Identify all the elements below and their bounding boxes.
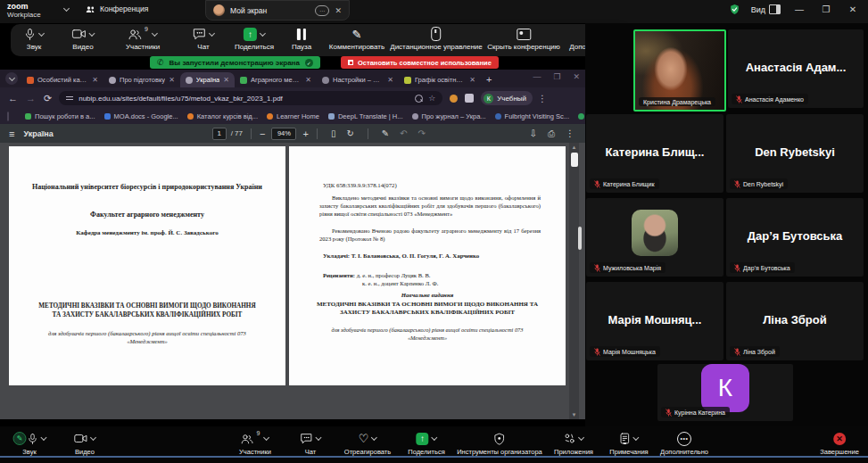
forward-icon[interactable]: →	[26, 93, 36, 103]
remote-control-button[interactable]: Дистанционное управление	[390, 27, 483, 51]
chat-button[interactable]: Чат	[193, 27, 214, 51]
stop-share-button[interactable]: Остановить совместное использование	[341, 56, 499, 69]
react-chevron-icon[interactable]	[371, 434, 377, 441]
footer-video-button[interactable]: Видео	[74, 431, 95, 456]
participant-tile[interactable]: Дар’я Бутовська Дар’я Бутовська	[726, 198, 864, 277]
tab-meeting[interactable]: Конференция	[86, 4, 148, 13]
browser-menu-icon[interactable]: ⋮	[538, 94, 547, 103]
participant-tile[interactable]: К Курінна Катерина	[657, 364, 793, 421]
pdf-more-icon[interactable]: ⋮	[566, 128, 575, 138]
pdf-menu-icon[interactable]: ≡	[9, 128, 14, 139]
bookmark-star-icon[interactable]: ☆	[428, 94, 435, 103]
share-chevron-icon[interactable]	[260, 29, 266, 36]
browser-tab-3-active[interactable]: Україна ✕	[180, 72, 235, 87]
more-options-icon[interactable]: ⋯	[315, 5, 329, 16]
hide-meeting-button[interactable]: Скрыть конференцию	[487, 27, 559, 51]
zoom-search-icon[interactable]	[415, 95, 423, 103]
annotate-button[interactable]: ✎ Комментировать	[329, 27, 384, 51]
bookmark-item[interactable]: Про журнал – Укра...	[412, 112, 486, 120]
participant-tile[interactable]: Катерина Блищ... Катерина Блищик	[586, 114, 723, 193]
chat-chevron-icon[interactable]	[209, 29, 215, 36]
minimize-button[interactable]: —	[791, 4, 807, 14]
footer-audio-button[interactable]: ✎ Звук	[13, 431, 46, 456]
participant-tile[interactable]: Марія Мошняц... Марія Мошняцька	[586, 282, 723, 360]
browser-tab-4[interactable]: Аграрного менеджменту ✕	[235, 72, 317, 87]
pdf-rotate-icon[interactable]: ↻	[346, 128, 353, 138]
tab-search-icon[interactable]	[5, 72, 18, 85]
pdf-annotate-icon[interactable]: ✎	[382, 128, 389, 138]
participant-tile-video[interactable]: Кристина Драмарецька	[633, 29, 726, 112]
browser-restore-icon[interactable]: ❐	[553, 72, 560, 81]
bookmark-item[interactable]: MOA.docs - Google...	[104, 112, 178, 120]
participant-tile[interactable]: Ліна Зброй Ліна Зброй	[726, 282, 864, 360]
bookmark-item[interactable]: DeepL Translate | H...	[328, 112, 403, 120]
pause-share-button[interactable]: Пауза	[292, 27, 311, 51]
tab-close-icon[interactable]: ✕	[387, 76, 393, 84]
browser-tab-5[interactable]: Настройки – Проверка б ✕	[317, 72, 399, 87]
bookmark-item[interactable]: Пошук роботи в а...	[25, 112, 95, 120]
footer-more-button[interactable]: ••• Дополнительно	[660, 431, 708, 456]
browser-close-icon[interactable]: ✕	[573, 72, 580, 81]
close-icon[interactable]: ✕	[335, 6, 342, 15]
pdf-download-icon[interactable]: ⇩	[530, 128, 537, 138]
video-button[interactable]: Видео	[72, 27, 95, 51]
pdf-fit-page-icon[interactable]: ▯	[331, 128, 336, 138]
extension-icon[interactable]	[450, 95, 458, 103]
footer-participants-button[interactable]: 9 Участники	[239, 431, 271, 456]
bookmark-item[interactable]: Fulbright Visiting Sc...	[495, 112, 569, 120]
footer-share-button[interactable]: ↑ Поделиться	[408, 431, 444, 456]
pdf-page-input[interactable]: 1	[212, 128, 227, 140]
tab-close-icon[interactable]: ✕	[169, 76, 175, 84]
close-window-button[interactable]: ✕	[845, 4, 861, 14]
footer-apps-button[interactable]: Приложения	[554, 431, 593, 456]
scrollbar-thumb[interactable]	[571, 153, 578, 167]
participants-button[interactable]: 9 Участники	[126, 27, 160, 51]
footer-chat-button[interactable]: Чат	[301, 431, 321, 456]
browser-tab-6[interactable]: Графік освітнього проц ✕	[399, 72, 481, 87]
footer-react-button[interactable]: ♡ Отреагировать	[344, 431, 391, 456]
restore-button[interactable]: ❐	[818, 4, 834, 14]
browser-profile-chip[interactable]: К Учебный	[481, 91, 533, 105]
participants-chevron-icon[interactable]	[152, 29, 158, 36]
tab-close-icon[interactable]: ✕	[223, 76, 229, 84]
tab-close-icon[interactable]: ✕	[305, 76, 311, 84]
apps-chevron-icon[interactable]	[578, 434, 584, 441]
workspace-chevron-down-icon[interactable]	[63, 5, 70, 12]
browser-tab-2[interactable]: Про підготовку ✕	[103, 72, 180, 87]
footer-host-tools-button[interactable]: Инструменты организатора	[457, 431, 542, 456]
video-chevron-icon[interactable]	[88, 29, 95, 36]
bookmark-item[interactable]: Каталог курсів від...	[187, 112, 258, 120]
side-panel-icon[interactable]	[7, 112, 9, 121]
site-settings-icon[interactable]	[66, 95, 73, 102]
security-shield-icon[interactable]	[729, 4, 740, 15]
tab-close-icon[interactable]: ✕	[469, 76, 475, 84]
scroll-up-icon[interactable]: ▲	[569, 143, 579, 152]
pdf-redo-icon[interactable]: ↷	[418, 128, 426, 138]
view-button[interactable]: Вид	[751, 4, 781, 14]
new-tab-button[interactable]: +	[486, 74, 492, 85]
back-icon[interactable]: ←	[8, 93, 18, 103]
scroll-down-icon[interactable]: ▼	[569, 410, 579, 419]
annotation-active-icon[interactable]: ✎	[13, 432, 27, 445]
chat-chevron-icon[interactable]	[315, 434, 321, 441]
audio-chevron-icon[interactable]	[38, 29, 45, 36]
participant-tile[interactable]: Анастасія Адам... Анастасія Адаменко	[728, 29, 864, 108]
address-bar[interactable]: nubip.edu.ua/sites/default/files/u75/met…	[59, 91, 442, 105]
tab-close-icon[interactable]: ✕	[92, 76, 98, 84]
footer-notes-button[interactable]: Примечания	[609, 431, 648, 456]
pdf-zoom-level[interactable]: 94%	[271, 128, 296, 140]
pdf-zoom-in-button[interactable]: +	[302, 128, 308, 139]
browser-minimize-icon[interactable]: —	[533, 72, 541, 81]
pdf-print-icon[interactable]: ⎙	[548, 128, 555, 139]
panel-resize-handle[interactable]	[578, 227, 582, 250]
participant-tile[interactable]: Мужиловська Марія	[586, 198, 723, 277]
audio-chevron-icon[interactable]	[40, 434, 46, 441]
reload-icon[interactable]: ⟳	[44, 93, 52, 104]
footer-end-button[interactable]: ✕ Завершение	[820, 431, 859, 456]
browser-tab-1[interactable]: Особистий кабінет | Нап ✕	[21, 72, 103, 87]
bookmark-item[interactable]: Learner Home	[267, 112, 319, 120]
participants-chevron-icon[interactable]	[263, 434, 269, 441]
share-button[interactable]: ↑ Поделиться	[235, 27, 274, 51]
video-chevron-icon[interactable]	[90, 434, 96, 441]
pdf-scrollbar[interactable]: ▲ ▼	[569, 143, 579, 419]
